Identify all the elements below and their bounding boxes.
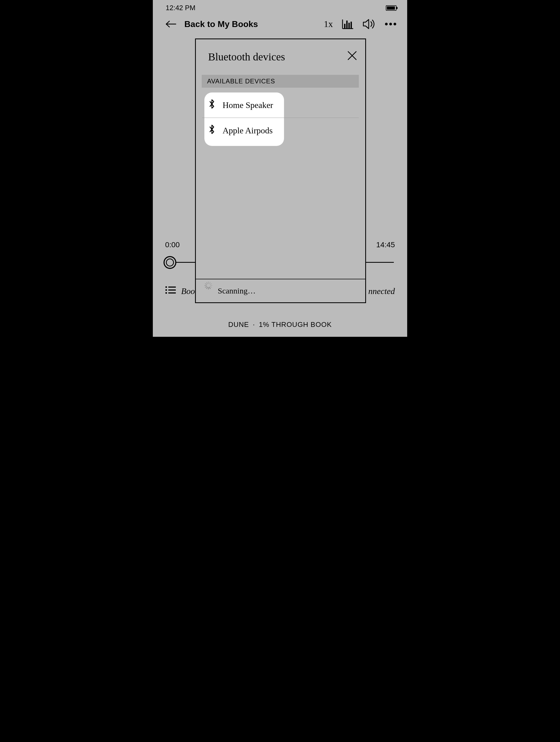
device-name: Apple Airpods [223,126,273,136]
back-title[interactable]: Back to My Books [184,19,324,29]
svg-point-6 [394,23,396,25]
bottom-left-text: Boo [181,286,195,296]
bluetooth-dialog: Bluetooth devices AVAILABLE DEVICES Home… [195,39,366,303]
svg-rect-0 [344,24,345,29]
dialog-title: Bluetooth devices [208,51,285,63]
elapsed-time: 0:00 [165,241,180,249]
more-icon[interactable] [385,22,396,25]
dialog-footer: Scanning… [196,279,365,302]
progress-knob[interactable] [164,256,176,269]
status-time: 12:42 PM [166,4,195,12]
bottom-right-text: nnected [369,286,395,296]
book-title: DUNE [228,320,249,328]
back-arrow-icon[interactable] [166,20,176,28]
footer-info: DUNE · 1% THROUGH BOOK [153,312,407,337]
svg-rect-8 [168,286,176,287]
device-row-home-speaker[interactable]: Home Speaker [196,93,365,118]
svg-point-7 [165,286,167,288]
available-devices-header: AVAILABLE DEVICES [202,75,359,88]
header: Back to My Books 1x [153,14,407,32]
svg-rect-2 [348,23,350,29]
svg-point-11 [165,292,167,294]
svg-rect-1 [346,20,348,29]
device-row-apple-airpods[interactable]: Apple Airpods [196,118,365,143]
svg-point-5 [389,23,392,25]
close-icon[interactable] [347,51,357,61]
equalizer-icon[interactable] [342,19,354,29]
volume-icon[interactable] [363,19,376,29]
device-name: Home Speaker [223,100,273,110]
header-actions: 1x [324,19,396,29]
screen: 12:42 PM Back to My Books 1x [153,0,407,337]
battery-fill [387,6,395,10]
svg-rect-12 [168,293,176,294]
status-bar: 12:42 PM [153,0,407,14]
toc-icon[interactable] [165,286,176,296]
separator: · [253,320,255,328]
playback-speed[interactable]: 1x [324,19,333,29]
svg-point-9 [165,289,167,291]
device-list: Home Speaker Apple Airpods [196,88,365,279]
book-progress: 1% THROUGH BOOK [259,320,332,328]
remaining-time: 14:45 [376,241,395,249]
dialog-header: Bluetooth devices [196,39,365,68]
battery-icon [386,5,396,11]
svg-rect-3 [350,22,352,29]
scanning-label: Scanning… [218,286,256,295]
svg-rect-10 [168,289,176,290]
svg-point-4 [385,23,388,25]
bluetooth-icon [209,125,215,136]
bluetooth-icon [209,99,215,111]
spinner-icon [204,286,213,295]
